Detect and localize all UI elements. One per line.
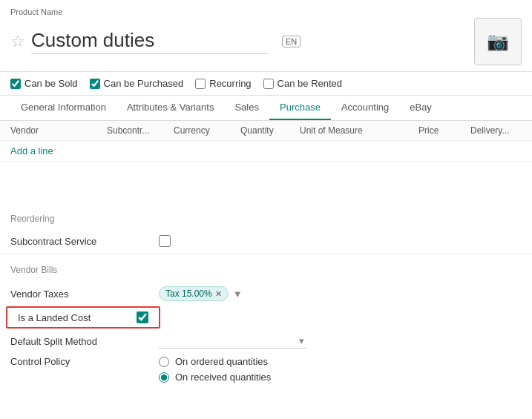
vendors-table-header: Vendor Subcontr... Currency Quantity Uni… bbox=[0, 121, 532, 141]
tax-badge: Tax 15.00% ✕ bbox=[159, 286, 229, 301]
col-vendor: Vendor bbox=[10, 125, 107, 136]
vendor-taxes-row: Vendor Taxes Tax 15.00% ✕ ▼ bbox=[0, 283, 532, 305]
vendor-bills-section: Vendor Bills bbox=[0, 257, 532, 283]
col-uom: Unit of Measure bbox=[300, 125, 418, 136]
recurring-checkbox[interactable]: Recurring bbox=[195, 78, 251, 89]
product-photo[interactable]: 📷 bbox=[474, 18, 522, 65]
vendor-bills-label: Vendor Bills bbox=[10, 265, 522, 275]
tax-badge-label: Tax 15.00% bbox=[165, 288, 212, 299]
can-be-rented-label: Can be Rented bbox=[278, 78, 342, 89]
vendor-taxes-dropdown-arrow[interactable]: ▼ bbox=[233, 288, 243, 300]
col-subcontract: Subcontr... bbox=[107, 125, 174, 136]
tab-attributes[interactable]: Attributes & Variants bbox=[116, 96, 225, 120]
col-price: Price bbox=[418, 125, 470, 136]
landed-cost-row: Is a Landed Cost bbox=[6, 306, 160, 329]
on-received-radio[interactable] bbox=[159, 372, 169, 383]
product-name-label: Product Name bbox=[10, 7, 522, 16]
can-be-purchased-label: Can be Purchased bbox=[104, 78, 184, 89]
favorite-icon[interactable]: ☆ bbox=[10, 33, 25, 50]
product-title[interactable]: Custom duties bbox=[31, 29, 269, 54]
language-badge[interactable]: EN bbox=[282, 36, 301, 47]
recurring-input[interactable] bbox=[195, 79, 206, 89]
tab-ebay[interactable]: eBay bbox=[399, 96, 442, 120]
landed-cost-checkbox[interactable] bbox=[137, 311, 148, 323]
landed-cost-label: Is a Landed Cost bbox=[18, 312, 137, 323]
can-be-purchased-checkbox[interactable]: Can be Purchased bbox=[90, 78, 184, 89]
can-be-rented-input[interactable] bbox=[263, 79, 274, 89]
vendor-taxes-field[interactable]: Tax 15.00% ✕ ▼ bbox=[159, 286, 243, 301]
can-be-sold-input[interactable] bbox=[10, 79, 21, 89]
subcontract-service-label: Subcontract Service bbox=[10, 236, 159, 247]
tax-badge-remove[interactable]: ✕ bbox=[215, 289, 222, 299]
default-split-method-label: Default Split Method bbox=[10, 336, 159, 347]
can-be-sold-label: Can be Sold bbox=[24, 78, 78, 89]
default-split-method-select[interactable]: ▾ bbox=[159, 334, 307, 349]
default-split-method-row: Default Split Method ▾ bbox=[0, 330, 532, 352]
tab-general[interactable]: General Information bbox=[10, 96, 116, 120]
vendor-taxes-label: Vendor Taxes bbox=[10, 288, 159, 300]
can-be-purchased-input[interactable] bbox=[90, 79, 100, 89]
control-policy-row: Control Policy On ordered quantities On … bbox=[0, 352, 532, 386]
add-line-button[interactable]: Add a line bbox=[0, 141, 532, 162]
on-received-label: On received quantities bbox=[175, 372, 271, 383]
control-policy-options: On ordered quantities On received quanti… bbox=[159, 356, 271, 383]
reordering-label: Reordering bbox=[10, 214, 522, 224]
product-header: Product Name ☆ Custom duties EN 📷 bbox=[0, 0, 532, 72]
control-policy-label: Control Policy bbox=[10, 356, 159, 367]
subcontract-service-row: Subcontract Service bbox=[0, 231, 532, 251]
col-delivery: Delivery... bbox=[470, 125, 530, 136]
split-method-arrow: ▾ bbox=[299, 335, 304, 346]
section-divider-1 bbox=[0, 254, 532, 254]
tab-bar: General Information Attributes & Variant… bbox=[0, 96, 532, 121]
tab-accounting[interactable]: Accounting bbox=[331, 96, 399, 120]
on-ordered-label: On ordered quantities bbox=[175, 356, 268, 367]
tab-sales[interactable]: Sales bbox=[224, 96, 269, 120]
tab-purchase[interactable]: Purchase bbox=[269, 96, 331, 120]
product-title-left: ☆ Custom duties EN bbox=[10, 29, 474, 54]
spacer bbox=[0, 162, 532, 206]
can-be-sold-checkbox[interactable]: Can be Sold bbox=[10, 78, 78, 89]
can-be-rented-checkbox[interactable]: Can be Rented bbox=[263, 78, 342, 89]
col-currency: Currency bbox=[174, 125, 240, 136]
on-received-quantities-option[interactable]: On received quantities bbox=[159, 372, 271, 383]
camera-icon: 📷 bbox=[487, 31, 509, 52]
on-ordered-quantities-option[interactable]: On ordered quantities bbox=[159, 356, 271, 367]
col-quantity: Quantity bbox=[240, 125, 300, 136]
recurring-label: Recurring bbox=[209, 78, 251, 89]
product-flags: Can be Sold Can be Purchased Recurring C… bbox=[0, 72, 532, 96]
reordering-section: Reordering bbox=[0, 206, 532, 231]
on-ordered-radio[interactable] bbox=[159, 357, 169, 367]
product-title-row: ☆ Custom duties EN 📷 bbox=[10, 18, 522, 65]
subcontract-service-checkbox[interactable] bbox=[159, 235, 171, 247]
